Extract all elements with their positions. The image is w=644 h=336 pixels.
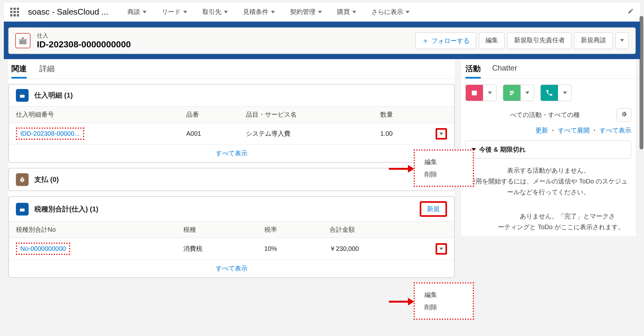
event-menu-button[interactable] [483, 85, 497, 101]
annotation-arrow [389, 168, 408, 170]
table-row: IDD-202308-00000... A001 システム導入費 1.00 [9, 123, 454, 145]
call-menu-button[interactable] [558, 85, 572, 101]
chevron-down-icon [318, 11, 322, 13]
menu-delete[interactable]: 削除 [424, 168, 463, 181]
row-menu-popup: 編集 削除 [414, 282, 474, 320]
row-actions-button[interactable] [436, 128, 447, 140]
chevron-down-icon [271, 11, 275, 13]
tab-chatter[interactable]: Chatter [492, 64, 517, 79]
related-card-payment: ¥ 支払 (0) 新規 [8, 168, 455, 191]
related-icon [16, 203, 29, 216]
related-icon [16, 89, 29, 102]
chevron-down-icon [406, 11, 410, 13]
chevron-down-icon [143, 11, 146, 13]
new-opportunity-button[interactable]: 新規商談 [574, 32, 613, 49]
svg-rect-7 [510, 91, 514, 92]
nav-item-account[interactable]: 取引先 [202, 8, 228, 16]
nav-item-opportunity[interactable]: 商談 [127, 8, 146, 16]
basket-icon [19, 92, 26, 99]
cell-code: A001 [179, 123, 239, 145]
record-link[interactable]: IDD-202308-00000... [16, 127, 84, 140]
nav-label: リード [162, 8, 181, 16]
row-actions-button[interactable] [436, 243, 447, 255]
menu-delete[interactable]: 削除 [424, 301, 463, 313]
empty-activity-text: 表示する活動がありません。 使用を開始するには、メールの送信や ToDo のスケ… [461, 161, 636, 201]
svg-rect-9 [510, 94, 512, 95]
nav-label: 契約管理 [290, 8, 315, 16]
nav-item-quote[interactable]: 見積条件 [243, 8, 275, 16]
settings-button[interactable] [617, 108, 631, 122]
related-card-detail-lines: 仕入明細 (1) 仕入明細番号 品番 品目・サービス名 数量 IDD-20230… [8, 84, 455, 163]
svg-rect-1 [19, 39, 27, 40]
chevron-down-icon [563, 92, 567, 94]
nav-item-contract[interactable]: 契約管理 [290, 8, 322, 16]
refresh-link[interactable]: 更新 [535, 127, 548, 134]
cell-qty: 1.00 [373, 123, 429, 145]
col-header: 税率 [257, 222, 323, 238]
row-menu-popup: 編集 削除 [414, 149, 474, 187]
button-label: フォローする [431, 37, 470, 45]
follow-button[interactable]: ＋フォローする [415, 32, 476, 49]
col-header: 合計金額 [322, 222, 429, 238]
new-event-button[interactable] [465, 85, 483, 101]
new-contact-button[interactable]: 新規取引先責任者 [507, 32, 572, 49]
empty-past-text: ありません。「完了」とマークさ ーティングと ToDo がここに表示されます。 [461, 201, 636, 236]
more-actions-button[interactable] [615, 32, 629, 49]
edit-nav-button[interactable] [627, 8, 634, 16]
record-tabs: 関連 詳細 [8, 59, 455, 79]
section-title: 今後 & 期限切れ [479, 145, 525, 154]
tab-related[interactable]: 関連 [11, 64, 27, 79]
basket-icon [17, 35, 28, 46]
record-object-label: 仕入 [37, 32, 131, 39]
basket-icon [19, 206, 26, 213]
calendar-icon [471, 89, 478, 97]
chevron-down-icon [488, 92, 492, 94]
cell-amount: ￥230,000 [322, 238, 429, 260]
nav-label: 購買 [337, 8, 350, 16]
view-all-link[interactable]: すべて表示 [600, 127, 631, 134]
collapse-toggle[interactable]: 今後 & 期限切れ [471, 145, 625, 154]
app-name: soasc - SalesCloud ... [28, 7, 108, 17]
moneybag-icon: ¥ [19, 176, 26, 183]
new-button[interactable]: 新規 [420, 201, 447, 217]
expand-all-link[interactable]: すべて展開 [558, 127, 590, 134]
table-row: No-0000000000 消費税 10% ￥230,000 [9, 238, 454, 260]
edit-button[interactable]: 編集 [479, 32, 505, 49]
empty-line: 表示する活動がありません。 [467, 165, 629, 176]
col-header: 品目・サービス名 [239, 106, 373, 123]
related-title: 仕入明細 (1) [34, 91, 73, 100]
cell-item: システム導入費 [239, 123, 373, 145]
chevron-down-icon [439, 133, 443, 135]
filter-text: べての活動・すべての種 [510, 111, 580, 119]
menu-edit[interactable]: 編集 [424, 156, 463, 168]
new-task-button[interactable] [503, 85, 521, 101]
nav-label: さらに表示 [371, 8, 403, 16]
nav-item-lead[interactable]: リード [162, 8, 187, 16]
activity-tabs: 活動 Chatter [461, 59, 636, 79]
tab-detail[interactable]: 詳細 [39, 64, 55, 79]
svg-rect-8 [510, 93, 514, 93]
nav-item-more[interactable]: さらに表示 [371, 8, 410, 16]
record-link[interactable]: No-0000000000 [16, 243, 70, 255]
col-header: 税種別合計No [9, 222, 176, 238]
gear-icon [621, 111, 627, 117]
col-header: 数量 [373, 106, 429, 123]
record-icon [15, 33, 31, 48]
record-header-band: 仕入 ID-202308-0000000000 ＋フォローする 編集 新規取引先… [4, 22, 640, 59]
log-call-button[interactable] [540, 85, 558, 101]
nav-item-purchase[interactable]: 購買 [337, 8, 356, 16]
task-icon [508, 89, 516, 97]
task-menu-button[interactable] [521, 85, 534, 101]
tab-activity[interactable]: 活動 [465, 64, 481, 79]
col-header: 品番 [179, 106, 239, 123]
chevron-down-icon [224, 11, 228, 13]
pencil-icon [627, 8, 634, 14]
nav-label: 見積条件 [243, 8, 268, 16]
view-all-link[interactable]: すべて表示 [9, 144, 454, 162]
empty-line: ありません。「完了」とマークさ [505, 211, 629, 222]
global-nav: soasc - SalesCloud ... 商談 リード 取引先 見積条件 契… [4, 3, 640, 22]
app-launcher-icon[interactable] [10, 8, 19, 17]
view-all-link[interactable]: すべて表示 [9, 259, 454, 277]
activity-links: 更新 ・ すべて展開 ・ すべて表示 [461, 123, 636, 138]
menu-edit[interactable]: 編集 [424, 289, 463, 301]
